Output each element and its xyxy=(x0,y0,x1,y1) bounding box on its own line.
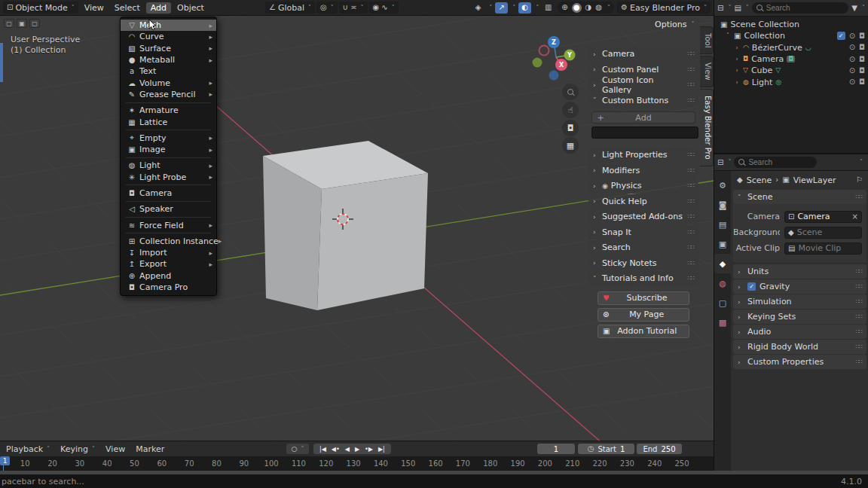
outliner-search[interactable] xyxy=(752,2,848,14)
properties-panel-header[interactable]: › ✓ Custom Properties ∷∷ xyxy=(733,355,866,369)
display-mode-icon[interactable]: ▤ xyxy=(734,5,741,12)
properties-panel-header[interactable]: › ✓ Keying Sets ∷∷ xyxy=(733,310,866,324)
eye-icon[interactable]: ⊙ xyxy=(849,32,855,40)
timeline-menu[interactable]: Marker ˅ xyxy=(136,444,164,454)
properties-panel-header[interactable]: › ✓ Gravity ∷∷ xyxy=(733,279,866,294)
drag-handle-icon[interactable]: ∷∷ xyxy=(856,283,862,290)
playback-button[interactable]: ◀• xyxy=(332,446,340,453)
add-menu-item[interactable]: ⊕ Append ▸ xyxy=(121,270,216,282)
properties-tab[interactable]: ◍ xyxy=(714,273,731,293)
add-menu-item[interactable]: ↥ Export ▸ xyxy=(121,258,216,270)
properties-tab[interactable]: ▤ xyxy=(714,215,731,234)
scene-panel-header[interactable]: ˅ Scene ∷∷ xyxy=(733,190,866,204)
timeline-menu[interactable]: View ˅ xyxy=(105,444,125,454)
add-menu-item[interactable]: ✳ Light Probe ▸ xyxy=(121,172,216,183)
menu-object[interactable]: Object xyxy=(173,2,209,14)
properties-tab[interactable]: ▩ xyxy=(714,313,731,332)
gravity-checkbox[interactable]: ✓ xyxy=(747,282,756,291)
gizmo-minus-x[interactable] xyxy=(539,46,549,56)
npanel-panel-header[interactable]: › Camera ∷∷ xyxy=(588,47,698,62)
drag-handle-icon[interactable]: ∷∷ xyxy=(856,194,862,200)
add-menu-item[interactable]: ◠ Curve ▸ xyxy=(121,31,216,42)
camera-view-button[interactable]: ◘ xyxy=(562,120,579,136)
properties-tab[interactable]: ◙ xyxy=(714,195,731,215)
transform-orientation-selector[interactable]: ∠ Global ˅ xyxy=(265,2,315,14)
sidebar-tab[interactable]: Tool xyxy=(700,26,714,54)
playback-button[interactable]: •▶ xyxy=(365,446,373,453)
mode-selector[interactable]: ⊡ Object Mode ˅ xyxy=(3,2,78,14)
npanel-panel-header[interactable]: › Snap It ∷∷ xyxy=(588,225,698,240)
camera-restrict-icon[interactable]: ◘ xyxy=(859,67,865,75)
gizmo-minus-z[interactable] xyxy=(549,71,559,81)
cube-object[interactable] xyxy=(263,141,428,310)
npanel-panel-header[interactable]: › Search ∷∷ xyxy=(588,240,698,255)
add-menu-item[interactable]: ◘ Camera Pro ▸ xyxy=(121,282,216,293)
add-menu-item[interactable]: ▧ Surface ▸ xyxy=(121,43,216,54)
camera-restrict-icon[interactable]: ◘ xyxy=(859,56,865,63)
tutorial-button[interactable]: ♥ Subscribe xyxy=(598,291,689,305)
add-menu-item[interactable]: ⊞ Collection Instance ▸ xyxy=(121,236,216,247)
outliner-search-input[interactable] xyxy=(766,4,844,12)
properties-panel-header[interactable]: › ✓ Units ∷∷ xyxy=(733,264,866,279)
npanel-panel-header[interactable]: › Light Properties ∷∷ xyxy=(588,148,698,163)
custom-buttons-add-button[interactable]: + Add xyxy=(591,111,695,124)
object-visibility-toggle[interactable]: ◈ xyxy=(472,2,484,14)
options-dropdown[interactable]: Options ˅ xyxy=(649,18,699,30)
drag-handle-icon[interactable]: ∷∷ xyxy=(688,229,694,236)
eye-icon[interactable]: ⊙ xyxy=(849,44,855,51)
npanel-panel-header[interactable]: › Suggested Add-ons ∷∷ xyxy=(588,209,698,224)
zoom-button[interactable] xyxy=(562,84,579,100)
eye-icon[interactable]: ⊙ xyxy=(849,56,855,63)
proportional-editing[interactable]: ◉ ∿ ˅ xyxy=(369,2,399,14)
expand-arrow-icon[interactable]: › xyxy=(734,67,740,74)
playback-button[interactable]: ▶ xyxy=(355,446,359,453)
add-menu-item[interactable]: ✶ Armature ▸ xyxy=(121,105,216,116)
add-menu-item[interactable]: a Text ▸ xyxy=(121,66,216,77)
add-menu-item[interactable]: ● Metaball ▸ xyxy=(121,54,216,66)
tutorial-button[interactable]: ⊛ My Page xyxy=(598,308,689,322)
add-menu-item[interactable]: ▦ Lattice ▸ xyxy=(121,116,216,127)
collapse-arrow-icon[interactable]: ˅ xyxy=(725,32,731,39)
collection-row[interactable]: ˅ ▣ Collection ✓ ⊙ ◘ xyxy=(714,30,868,41)
properties-search-input[interactable] xyxy=(748,158,812,166)
gizmo-minus-y[interactable] xyxy=(533,58,542,68)
drag-handle-icon[interactable]: ∷∷ xyxy=(688,244,694,251)
camera-restrict-icon[interactable]: ◘ xyxy=(859,44,865,51)
eye-icon[interactable]: ⊙ xyxy=(849,78,855,86)
navigation-gizmo[interactable]: Z Y X xyxy=(528,32,581,83)
expand-arrow-icon[interactable]: › xyxy=(734,79,740,86)
viewport-corner-icon[interactable]: ▣ xyxy=(17,19,27,28)
tutorials-panel-header[interactable]: ˅ Tutorials and Info ∷∷ xyxy=(588,271,698,286)
expand-arrow-icon[interactable]: › xyxy=(734,44,740,51)
add-menu-item[interactable]: ◁ Speaker ▸ xyxy=(121,203,216,215)
add-menu-item[interactable]: ☁ Volume ▸ xyxy=(121,77,216,88)
material-shading-icon[interactable]: ◑ xyxy=(585,4,592,11)
breadcrumb-viewlayer[interactable]: ViewLayer xyxy=(793,175,836,185)
frame-end-field[interactable]: End 250 xyxy=(637,444,682,454)
camera-restrict-icon[interactable]: ◘ xyxy=(859,32,865,40)
drag-handle-icon[interactable]: ∷∷ xyxy=(856,343,862,350)
menu-add[interactable]: Add xyxy=(146,2,171,14)
drag-handle-icon[interactable]: ∷∷ xyxy=(688,167,694,174)
property-field[interactable]: ⊡ Camera × xyxy=(784,211,862,223)
playback-button[interactable]: ▶| xyxy=(378,446,385,453)
pan-button[interactable]: ☝ xyxy=(562,102,579,118)
filter-icon[interactable]: ▼ xyxy=(851,5,857,12)
npanel-panel-header[interactable]: › Modifiers ∷∷ xyxy=(588,163,698,178)
outliner-object-row[interactable]: › ◠ BézierCurve ◡ ⊙ ◘ xyxy=(714,42,868,53)
add-menu-item[interactable]: ≋ Force Field ▸ xyxy=(121,219,216,230)
property-field[interactable]: ▤ Movie Clip × xyxy=(784,242,862,255)
current-frame-field[interactable]: 1 xyxy=(537,444,575,454)
properties-editor-icon[interactable]: ⊟ xyxy=(717,159,723,166)
drag-handle-icon[interactable]: ∷∷ xyxy=(856,268,862,275)
add-menu-item[interactable]: ◘ Camera ▸ xyxy=(121,188,216,199)
pivot-point-selector[interactable]: ◎ ˅ xyxy=(316,2,338,14)
timeline-menu[interactable]: Playback ˅ xyxy=(6,444,50,454)
add-menu-item[interactable]: ▣ Image ▸ xyxy=(121,144,216,155)
drag-handle-icon[interactable]: ∷∷ xyxy=(688,66,694,73)
drag-handle-icon[interactable]: ∷∷ xyxy=(856,313,862,320)
camera-restrict-icon[interactable]: ◘ xyxy=(859,78,865,86)
timeline-ruler[interactable]: 1020304050607080901001101201301401501601… xyxy=(0,456,714,471)
menu-select[interactable]: Select xyxy=(110,2,145,14)
drag-handle-icon[interactable]: ∷∷ xyxy=(856,328,862,335)
